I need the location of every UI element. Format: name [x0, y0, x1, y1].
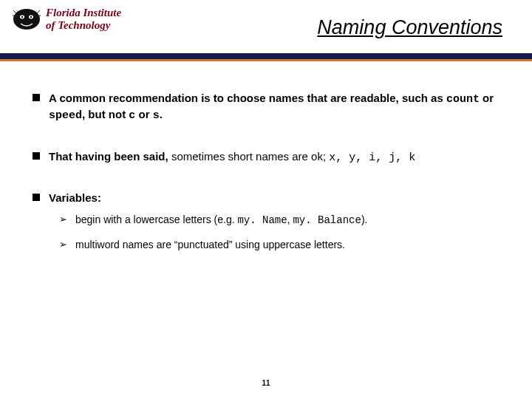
header-rule-accent [0, 59, 532, 61]
sub-bullet-item: ➢ begin with a lowercase letters (e.g. m… [59, 213, 502, 228]
slide-title: Naming Conventions [317, 16, 502, 39]
slide-body: A common recommendation is to choose nam… [33, 78, 502, 252]
square-bullet-icon [33, 94, 40, 101]
bullet-text: That having been said, sometimes short n… [49, 149, 415, 166]
bullet-text: A common recommendation is to choose nam… [49, 91, 502, 124]
arrow-bullet-icon: ➢ [59, 239, 69, 250]
square-bullet-icon [33, 152, 40, 160]
bullet-item: That having been said, sometimes short n… [33, 149, 502, 166]
logo-line-1: Florida Institute [46, 7, 121, 18]
square-bullet-icon [33, 194, 40, 201]
institution-logo: Florida Institute of Technology [12, 4, 121, 34]
sub-bullet-item: ➢ multiword names are “punctuated” using… [59, 238, 502, 252]
page-number: 11 [0, 379, 532, 387]
header-rule-dark [0, 53, 532, 59]
bullet-item: Variables: [33, 191, 502, 205]
slide-header: Florida Institute of Technology Naming C… [0, 0, 532, 53]
svg-point-0 [13, 9, 40, 30]
logo-line-2: of Technology [46, 20, 121, 31]
sub-bullet-text: begin with a lowercase letters (e.g. my.… [75, 213, 367, 228]
svg-point-4 [30, 16, 32, 18]
arrow-bullet-icon: ➢ [59, 214, 69, 225]
sub-bullet-text: multiword names are “punctuated” using u… [75, 238, 345, 252]
bullet-item: A common recommendation is to choose nam… [33, 91, 502, 124]
svg-point-3 [21, 16, 23, 18]
bullet-text: Variables: [49, 191, 101, 205]
logo-text: Florida Institute of Technology [46, 7, 121, 31]
panther-icon [12, 4, 41, 34]
